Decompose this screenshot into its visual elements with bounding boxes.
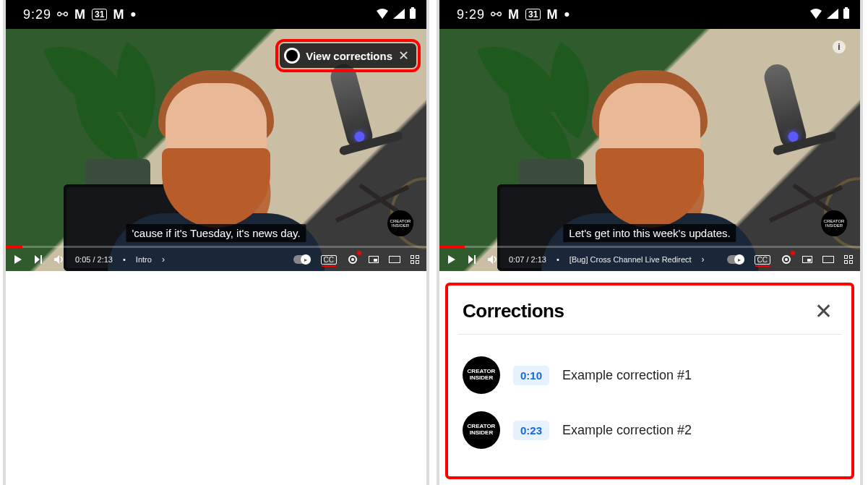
correction-timestamp[interactable]: 0:23	[513, 421, 549, 440]
settings-button[interactable]	[347, 254, 358, 265]
chapter-name[interactable]: Intro	[136, 255, 152, 264]
divider	[458, 334, 841, 335]
close-icon[interactable]: ✕	[398, 49, 409, 62]
next-button[interactable]	[33, 254, 43, 265]
view-corrections-card[interactable]: View corrections ✕	[280, 43, 416, 68]
status-time: 9:29	[23, 7, 51, 22]
calendar-icon: 31	[92, 9, 107, 20]
cellular-icon	[827, 7, 838, 22]
info-icon[interactable]: i	[833, 40, 846, 53]
corrections-title: Corrections	[463, 300, 564, 322]
video-player[interactable]: CREATORINSIDER View corrections ✕ 'cause…	[6, 29, 426, 271]
chapter-separator: •	[123, 255, 126, 264]
phone-left: 9:29 ⚯ M 31 M • CREATORINSIDER	[3, 0, 429, 485]
svg-point-4	[351, 258, 354, 261]
correction-text: Example correction #1	[562, 368, 692, 383]
status-bar: 9:29 ⚯ M 31 M •	[439, 0, 860, 29]
volume-button[interactable]	[53, 254, 65, 265]
svg-rect-2	[40, 255, 42, 264]
svg-rect-5	[843, 9, 849, 19]
correction-item[interactable]: CREATOR INSIDER 0:10 Example correction …	[463, 348, 837, 403]
miniplayer-button[interactable]	[802, 256, 812, 263]
wifi-icon	[376, 7, 389, 22]
play-button[interactable]	[447, 254, 457, 265]
view-corrections-label: View corrections	[306, 50, 392, 62]
chevron-right-icon[interactable]: ›	[702, 254, 705, 265]
channel-avatar-icon: CREATOR INSIDER	[463, 411, 500, 449]
cellular-icon	[393, 7, 405, 22]
chapter-separator: •	[557, 255, 559, 264]
miniplayer-button[interactable]	[369, 256, 379, 263]
battery-icon	[843, 7, 850, 22]
theater-button[interactable]	[389, 256, 400, 263]
wifi-icon	[809, 7, 822, 22]
chapter-name[interactable]: [Bug] Cross Channel Live Redirect	[570, 255, 692, 264]
captions-button[interactable]: CC	[755, 255, 770, 265]
closed-caption-text: 'cause if it's Tuesday, it's news day.	[126, 224, 306, 242]
status-bar: 9:29 ⚯ M 31 M •	[6, 0, 426, 29]
autoplay-toggle[interactable]: ▸	[727, 255, 744, 264]
volume-button[interactable]	[487, 254, 499, 265]
player-controls: 0:07 / 2:13 • [Bug] Cross Channel Live R…	[439, 248, 860, 271]
svg-rect-1	[411, 7, 414, 9]
voicemail-icon: ⚯	[57, 7, 69, 22]
status-time: 9:29	[457, 7, 485, 22]
creator-insider-watermark: CREATORINSIDER	[387, 210, 413, 236]
svg-point-9	[785, 258, 788, 261]
fullscreen-button[interactable]	[844, 255, 853, 264]
next-button[interactable]	[467, 254, 477, 265]
closed-caption-text: Let's get into this week's updates.	[563, 224, 736, 242]
settings-button[interactable]	[781, 254, 792, 265]
captions-button[interactable]: CC	[321, 255, 337, 265]
gmail-icon: M	[508, 7, 520, 22]
creator-insider-watermark: CREATORINSIDER	[821, 210, 847, 236]
play-button[interactable]	[13, 254, 23, 265]
time-display: 0:07 / 2:13	[509, 255, 546, 264]
gmail-icon-2: M	[546, 7, 558, 22]
chevron-right-icon[interactable]: ›	[162, 254, 165, 265]
video-player[interactable]: CREATORINSIDER i Let's get into this wee…	[439, 29, 860, 271]
svg-rect-6	[845, 7, 848, 9]
correction-text: Example correction #2	[562, 423, 692, 438]
phone-right: 9:29 ⚯ M 31 M • CREATORINSIDER i Let's	[437, 0, 863, 485]
channel-avatar-icon: CREATOR INSIDER	[463, 356, 500, 394]
time-display: 0:05 / 2:13	[75, 255, 113, 264]
channel-avatar-icon	[284, 48, 300, 64]
theater-button[interactable]	[822, 256, 834, 263]
autoplay-toggle[interactable]: ▸	[293, 255, 311, 264]
calendar-icon: 31	[525, 9, 541, 20]
corrections-panel: Corrections ✕ CREATOR INSIDER 0:10 Examp…	[445, 283, 854, 479]
svg-rect-7	[474, 255, 476, 264]
fullscreen-button[interactable]	[411, 255, 419, 264]
gmail-icon: M	[74, 7, 86, 22]
gmail-icon-2: M	[113, 7, 124, 22]
player-controls: 0:05 / 2:13 • Intro › ▸ CC	[6, 248, 426, 271]
voicemail-icon: ⚯	[491, 7, 502, 22]
correction-timestamp[interactable]: 0:10	[513, 366, 549, 385]
correction-item[interactable]: CREATOR INSIDER 0:23 Example correction …	[463, 403, 837, 458]
svg-rect-0	[410, 9, 416, 19]
battery-icon	[409, 7, 416, 22]
close-icon[interactable]: ✕	[815, 299, 837, 324]
